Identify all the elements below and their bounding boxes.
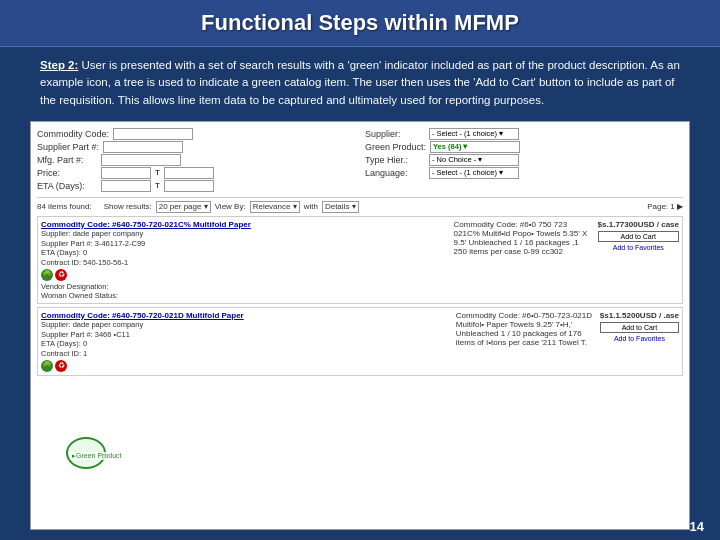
pagination: Page: 1 ▶ — [647, 202, 683, 211]
label-supplier: Supplier: — [365, 129, 425, 139]
step-description: Step 2: User is presented with a set of … — [30, 57, 690, 109]
result-item-1: Commodity Code: #640-750-720-021C% Multi… — [37, 216, 683, 304]
show-label: Show results: — [104, 202, 152, 211]
form-row-type: Type Hier.: - No Choice - ▾ — [365, 154, 683, 166]
found-text: 84 items found: — [37, 202, 92, 211]
label-sp: Supplier Part #: — [37, 142, 99, 152]
form-row-supplier: Supplier: - Select - (1 choice) ▾ — [365, 128, 683, 140]
add-to-fav-2[interactable]: Add to Favorites — [600, 335, 679, 342]
commodity-title-1[interactable]: Commodity Code: #640-750-720-021C% Multi… — [41, 220, 450, 229]
slide-container: Functional Steps within MFMP Step 2: Use… — [0, 0, 720, 540]
result-right-2: Commodity Code: #6•0-750-723-021D Multif… — [456, 311, 596, 372]
result-item-2: Commodity Code: #640-750-720-021D Multif… — [37, 307, 683, 376]
input-eta[interactable] — [101, 180, 151, 192]
input-price-to[interactable] — [164, 167, 214, 179]
page-number: 14 — [690, 519, 704, 534]
form-row-price: Price: T — [37, 167, 355, 179]
form-row-sp: Supplier Part #: — [37, 141, 355, 153]
select-lang[interactable]: - Select - (1 choice) ▾ — [429, 167, 519, 179]
label-lang: Language: — [365, 168, 425, 178]
input-eta-to[interactable] — [164, 180, 214, 192]
label-mp: Mfg. Part #: — [37, 155, 97, 165]
vendor-designation-1: Vendor Designation: — [41, 282, 450, 291]
result-left-1: Commodity Code: #640-750-720-021C% Multi… — [41, 220, 450, 300]
select-type[interactable]: - No Choice - ▾ — [429, 154, 519, 166]
step-text: User is presented with a set of search r… — [40, 59, 680, 106]
content-area: Step 2: User is presented with a set of … — [0, 47, 720, 540]
eta-to-label: T — [155, 181, 160, 190]
price-to-label: T — [155, 168, 160, 177]
form-row-eta: ETA (Days): T — [37, 180, 355, 192]
search-form: Commodity Code: Supplier Part #: Mfg. Pa… — [37, 128, 683, 193]
result-actions-1: $s.1.77300USD / case Add to Cart Add to … — [598, 220, 679, 300]
label-price: Price: — [37, 168, 97, 178]
label-green: Green Product: — [365, 142, 426, 152]
recycle-icon-2: ♻ — [55, 360, 67, 372]
with-label: with — [304, 202, 318, 211]
step-label: Step 2: — [40, 59, 78, 71]
result-right-1: Commodity Code: #6•0 750 723 021C% Multi… — [454, 220, 594, 300]
result-actions-2: $s1.1.5200USD / .ase Add to Cart Add to … — [600, 311, 679, 372]
select-supplier[interactable]: - Select - (1 choice) ▾ — [429, 128, 519, 140]
add-to-cart-2[interactable]: Add to Cart — [600, 322, 679, 333]
input-price[interactable] — [101, 167, 151, 179]
icons-row-2: 🌳 ♻ — [41, 360, 452, 372]
result-left-2: Commodity Code: #640-750-720-021D Multif… — [41, 311, 452, 372]
recycle-icon-1: ♻ — [55, 269, 67, 281]
add-to-cart-1[interactable]: Add to Cart — [598, 231, 679, 242]
form-left: Commodity Code: Supplier Part #: Mfg. Pa… — [37, 128, 355, 193]
green-product-label: ▸Green Product — [70, 452, 124, 460]
commodity-title-2[interactable]: Commodity Code: #640-750-720-021D Multif… — [41, 311, 452, 320]
label-cc: Commodity Code: — [37, 129, 109, 139]
label-eta: ETA (Days): — [37, 181, 97, 191]
add-to-fav-1[interactable]: Add to Favorites — [598, 244, 679, 251]
supplier-info-2: Supplier: dade paper company Supplier Pa… — [41, 320, 452, 359]
screenshot-box: Commodity Code: Supplier Part #: Mfg. Pa… — [30, 121, 690, 530]
label-type: Type Hier.: — [365, 155, 425, 165]
view-by-label: View By: — [215, 202, 246, 211]
form-row-cc: Commodity Code: — [37, 128, 355, 140]
input-sp[interactable] — [103, 141, 183, 153]
green-tree-icon-1: 🌳 — [41, 269, 53, 281]
results-bar: 84 items found: Show results: 20 per pag… — [37, 197, 683, 213]
form-row-mp: Mfg. Part #: — [37, 154, 355, 166]
icons-row-1: 🌳 ♻ — [41, 269, 450, 281]
details-select[interactable]: Details ▾ — [322, 201, 359, 213]
supplier-info-1: Supplier: dade paper company Supplier Pa… — [41, 229, 450, 268]
title-bar: Functional Steps within MFMP — [0, 0, 720, 47]
form-row-lang: Language: - Select - (1 choice) ▾ — [365, 167, 683, 179]
select-green[interactable]: Yes (84) ▾ — [430, 141, 520, 153]
input-mp[interactable] — [101, 154, 181, 166]
slide-title: Functional Steps within MFMP — [20, 10, 700, 36]
input-cc[interactable] — [113, 128, 193, 140]
woman-owned-1: Woman Owned Status: — [41, 291, 450, 300]
per-page-select[interactable]: 20 per page ▾ — [156, 201, 211, 213]
form-right: Supplier: - Select - (1 choice) ▾ Green … — [365, 128, 683, 193]
green-tree-icon-2: 🌳 — [41, 360, 53, 372]
form-row-green: Green Product: Yes (84) ▾ — [365, 141, 683, 153]
relevance-select[interactable]: Relevance ▾ — [250, 201, 300, 213]
